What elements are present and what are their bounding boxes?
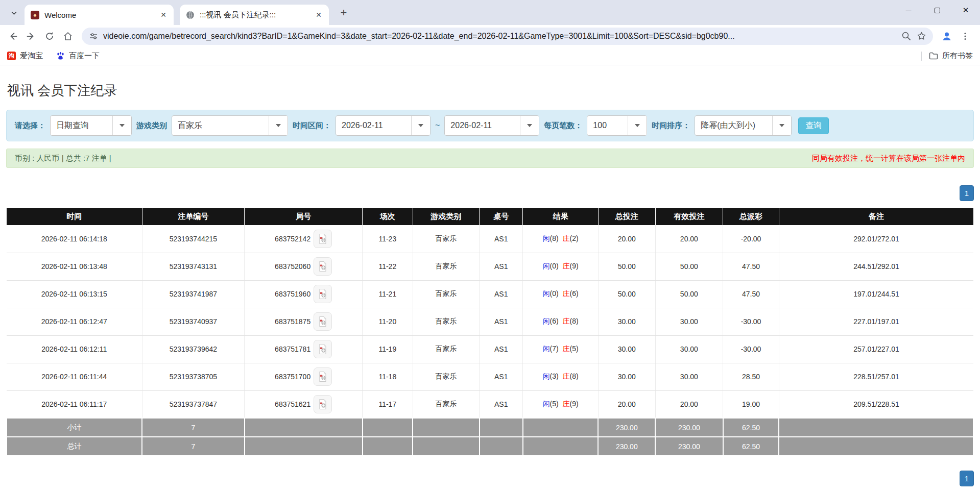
cell-total-bet: 20.00 (598, 225, 655, 253)
new-tab-button[interactable]: + (336, 5, 351, 20)
table-row: 2026-02-11 06:13:15 523193741987 6837519… (7, 280, 973, 308)
banker-score: (8) (570, 372, 579, 380)
dropdown-arrow-icon[interactable] (269, 116, 288, 135)
notice-text: 同局有效投注，统一计算在该局第一张注单内 (812, 154, 965, 163)
profile-avatar[interactable] (938, 28, 955, 45)
baidu-icon (56, 52, 65, 60)
home-button[interactable] (59, 28, 77, 45)
tab-welcome[interactable]: ♠ Welcome ✕ (25, 5, 174, 25)
date-start-select[interactable]: 2026-02-11 (336, 115, 431, 136)
forward-button[interactable] (22, 28, 40, 45)
banker-result: 庄 (563, 289, 570, 298)
cell-game: 百家乐 (413, 280, 480, 308)
dropdown-arrow-icon[interactable] (628, 116, 647, 135)
close-tab-icon[interactable]: ✕ (158, 10, 169, 20)
dropdown-arrow-icon[interactable] (520, 116, 539, 135)
cell-total-bet: 20.00 (598, 390, 655, 418)
cell-result: 闲(8) 庄(2) (523, 225, 599, 253)
cell-time: 2026-02-11 06:14:18 (7, 225, 142, 253)
bookmarks-bar: 淘 爱淘宝 百度一下 所有书签 (0, 47, 980, 65)
close-tab-icon[interactable]: ✕ (314, 10, 324, 20)
cell-round: 683751700 (245, 363, 363, 390)
page-size-select[interactable]: 100 (587, 115, 647, 136)
page-1-button[interactable]: 1 (960, 185, 974, 201)
bookmark-taobao[interactable]: 淘 爱淘宝 (7, 51, 43, 61)
player-score: (0) (550, 262, 559, 270)
close-window-button[interactable]: ✕ (951, 0, 980, 20)
banker-score: (8) (570, 317, 579, 325)
site-settings-icon[interactable] (88, 31, 99, 42)
table-row: 2026-02-11 06:11:17 523193737847 6837516… (7, 390, 973, 418)
cell-game: 百家乐 (413, 335, 480, 363)
query-type-select[interactable]: 日期查询 (50, 115, 132, 136)
video-replay-button[interactable] (314, 367, 332, 386)
date-end-select[interactable]: 2026-02-11 (444, 115, 539, 136)
bookmark-star-icon[interactable] (916, 31, 927, 42)
video-replay-button[interactable] (314, 285, 332, 303)
cell-bet-id: 523193741987 (142, 280, 245, 308)
maximize-button[interactable] (923, 0, 951, 20)
cell-payout: -30.00 (723, 335, 779, 363)
tab-betrecord[interactable]: :::视讯 会员下注纪录::: ✕ (180, 5, 329, 25)
cell-round: 683752060 (245, 253, 363, 280)
total-count: 7 (142, 437, 245, 456)
window-controls: ─ ✕ (894, 0, 980, 20)
bookmark-label: 百度一下 (69, 51, 100, 61)
cell-round: 683751781 (245, 335, 363, 363)
bookmark-baidu[interactable]: 百度一下 (56, 51, 100, 61)
cell-note: 228.51/257.01 (779, 363, 973, 390)
cell-valid-bet: 20.00 (655, 390, 723, 418)
dropdown-arrow-icon[interactable] (112, 116, 131, 135)
browser-menu-button[interactable] (957, 28, 974, 45)
pagination-bottom: 1 (6, 471, 974, 486)
page-1-button[interactable]: 1 (960, 471, 974, 486)
cell-game: 百家乐 (413, 390, 480, 418)
video-replay-button[interactable] (314, 395, 332, 413)
video-replay-button[interactable] (314, 312, 332, 331)
date-range-label: 时间区间： (293, 121, 331, 131)
url-bar[interactable]: videoie.com/game/betrecord_search/kind3?… (82, 28, 933, 45)
reload-button[interactable] (41, 28, 58, 45)
player-result: 闲 (543, 345, 550, 353)
table-row: 2026-02-11 06:14:18 523193744215 6837521… (7, 225, 973, 253)
zoom-icon[interactable] (900, 31, 912, 42)
cell-total-bet: 30.00 (598, 335, 655, 363)
table-row: 2026-02-11 06:12:47 523193740937 6837518… (7, 308, 973, 335)
date-start-value: 2026-02-11 (336, 116, 411, 135)
table-row: 2026-02-11 06:11:44 523193738705 6837517… (7, 363, 973, 390)
player-score: (7) (550, 345, 559, 353)
banker-score: (5) (570, 345, 579, 353)
url-text[interactable]: videoie.com/game/betrecord_search/kind3?… (103, 32, 895, 41)
col-payout: 总派彩 (723, 208, 779, 225)
tab-search-button[interactable] (6, 5, 21, 20)
banker-result: 庄 (563, 372, 570, 380)
minimize-button[interactable]: ─ (894, 0, 923, 20)
subtotal-payout: 62.50 (723, 418, 779, 437)
col-round: 局号 (245, 208, 363, 225)
cell-note: 244.51/292.01 (779, 253, 973, 280)
search-button[interactable]: 查询 (798, 117, 829, 134)
col-game: 游戏类别 (413, 208, 480, 225)
cell-valid-bet: 50.00 (655, 253, 723, 280)
sort-value: 降幂(由大到小) (695, 116, 772, 135)
globe-icon (186, 11, 195, 19)
cell-bet-id: 523193739642 (142, 335, 245, 363)
game-kind-select[interactable]: 百家乐 (172, 115, 288, 136)
video-replay-button[interactable] (314, 340, 332, 358)
browser-window: ♠ Welcome ✕ :::视讯 会员下注纪录::: ✕ + ─ ✕ (0, 0, 980, 65)
game-kind-label: 游戏类别 (136, 121, 167, 131)
all-bookmarks-button[interactable]: 所有书签 (929, 51, 973, 61)
video-replay-button[interactable] (314, 230, 332, 248)
cell-game: 百家乐 (413, 225, 480, 253)
cell-bet-id: 523193744215 (142, 225, 245, 253)
dropdown-arrow-icon[interactable] (772, 116, 791, 135)
back-button[interactable] (4, 28, 21, 45)
sort-select[interactable]: 降幂(由大到小) (695, 115, 792, 136)
dropdown-arrow-icon[interactable] (411, 116, 430, 135)
video-replay-button[interactable] (314, 257, 332, 276)
col-table-no: 桌号 (480, 208, 523, 225)
summary-bar: 币别 : 人民币 | 总共 :7 注单 | 同局有效投注，统一计算在该局第一张注… (6, 149, 974, 168)
player-result: 闲 (543, 289, 550, 298)
cell-valid-bet: 30.00 (655, 363, 723, 390)
cell-game: 百家乐 (413, 253, 480, 280)
